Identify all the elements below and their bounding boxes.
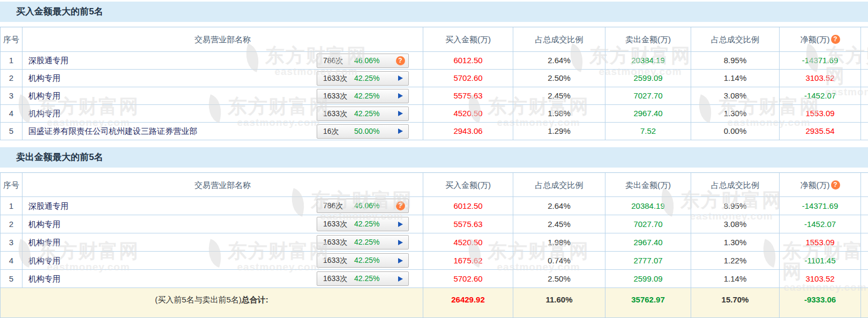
win-rate: 42.25% — [353, 90, 392, 102]
col-header-seq: 序号 — [0, 173, 23, 196]
net-cell: 1553.09 — [780, 233, 861, 251]
net-cell: -1452.07 — [780, 87, 861, 104]
win-rate: 42.25% — [353, 272, 392, 285]
branch-stats-badge[interactable]: 1633次 42.25% — [317, 271, 409, 286]
seq-cell: 3 — [0, 233, 23, 251]
buy-top5-section-title: 买入金额最大的前5名 — [0, 2, 868, 22]
net-cell: 2935.54 — [780, 123, 861, 140]
buy-pct-cell: 2.50% — [513, 270, 605, 287]
sell-pct-cell: 0.00% — [691, 123, 780, 140]
branch-link[interactable]: 机构专用 — [28, 233, 61, 251]
buy-amount-cell: 5702.60 — [423, 70, 513, 87]
branch-stats-badge[interactable]: 786次 46.06% ? — [317, 54, 409, 68]
seq-cell: 5 — [0, 270, 23, 287]
table-row: 5 国盛证券有限责任公司杭州建设三路证券营业部 16次 50.00% 2943.… — [0, 123, 868, 140]
buy-pct-cell: 2.45% — [513, 87, 605, 104]
sell-pct-cell: 1.30% — [691, 105, 780, 122]
net-cell: -14371.69 — [780, 52, 861, 69]
branch-link[interactable]: 机构专用 — [28, 270, 61, 287]
branch-stats-badge[interactable]: 1633次 42.25% — [317, 217, 409, 231]
branch-stats-badge[interactable]: 1633次 42.25% — [317, 107, 409, 121]
win-rate: 46.06% — [353, 55, 392, 67]
net-help-icon[interactable]: ? — [831, 35, 840, 44]
net-cell: -1452.07 — [780, 215, 861, 233]
sell-pct-cell: 8.95% — [691, 52, 780, 69]
net-cell: 1553.09 — [780, 105, 861, 122]
win-rate: 42.25% — [353, 218, 392, 230]
branch-cell: 机构专用 1633次 42.25% — [23, 70, 423, 87]
branch-stats-badge[interactable]: 1633次 42.25% — [317, 253, 409, 268]
sell-amount-cell: 2967.40 — [605, 233, 691, 251]
sell-pct-cell: 1.14% — [691, 270, 780, 287]
table-header-row: 序号 交易营业部名称 买入金额(万) 占总成交比例 卖出金额(万) 占总成交比例… — [0, 27, 868, 52]
branch-link[interactable]: 机构专用 — [28, 87, 61, 104]
net-help-icon[interactable]: ? — [831, 180, 840, 190]
buy-amount-cell: 5702.60 — [423, 270, 513, 287]
branch-link[interactable]: 机构专用 — [28, 105, 61, 122]
buy-top5-table: 序号 交易营业部名称 买入金额(万) 占总成交比例 卖出金额(万) 占总成交比例… — [0, 27, 868, 140]
branch-stats-badge[interactable]: 1633次 42.25% — [317, 71, 409, 86]
expand-arrow-icon[interactable] — [398, 240, 403, 245]
sell-pct-cell: 8.95% — [691, 197, 780, 215]
sell-amount-cell: 7.52 — [605, 123, 691, 140]
branch-link[interactable]: 机构专用 — [28, 215, 61, 233]
branch-cell: 机构专用 1633次 42.25% — [23, 87, 423, 104]
appearance-count: 16次 — [317, 125, 353, 138]
appearance-count: 1633次 — [317, 254, 353, 267]
help-icon[interactable]: ? — [396, 56, 405, 65]
branch-link[interactable]: 深股通专用 — [28, 197, 69, 215]
sell-amount-cell: 2599.09 — [605, 70, 691, 87]
branch-link[interactable]: 深股通专用 — [28, 52, 69, 69]
sell-pct-cell: 1.22% — [691, 252, 780, 269]
branch-link[interactable]: 机构专用 — [28, 252, 61, 269]
net-cell: -14371.69 — [780, 197, 861, 215]
seq-cell: 2 — [0, 70, 23, 87]
help-icon[interactable]: ? — [396, 201, 405, 210]
branch-cell: 机构专用 1633次 42.25% — [23, 270, 423, 287]
sell-amount-cell: 7027.70 — [605, 215, 691, 233]
sell-pct-cell: 3.08% — [691, 215, 780, 233]
buy-pct-cell: 1.29% — [513, 123, 605, 140]
col-header-seq: 序号 — [0, 27, 23, 51]
seq-cell: 4 — [0, 252, 23, 269]
expand-arrow-icon[interactable] — [398, 222, 403, 227]
seq-cell: 5 — [0, 123, 23, 140]
buy-pct-cell: 1.98% — [513, 233, 605, 251]
appearance-count: 1633次 — [317, 272, 353, 285]
appearance-count: 1633次 — [317, 90, 353, 102]
buy-amount-cell: 2943.06 — [423, 123, 513, 140]
branch-stats-badge[interactable]: 16次 50.00% — [317, 124, 409, 139]
branch-link[interactable]: 国盛证券有限责任公司杭州建设三路证券营业部 — [28, 123, 197, 140]
expand-arrow-icon[interactable] — [398, 93, 403, 99]
table-header-row: 序号 交易营业部名称 买入金额(万) 占总成交比例 卖出金额(万) 占总成交比例… — [0, 172, 868, 197]
seq-cell: 1 — [0, 52, 23, 69]
seq-cell: 3 — [0, 87, 23, 104]
table-row: 2 机构专用 1633次 42.25% 5702.60 2.50% 2599.0… — [0, 70, 868, 87]
table-row: 2 机构专用 1633次 42.25% 5575.63 2.45% 7027.7… — [0, 215, 868, 233]
buy-pct-cell: 2.45% — [513, 215, 605, 233]
table-row: 3 机构专用 1633次 42.25% 4520.50 1.98% 2967.4… — [0, 233, 868, 252]
appearance-count: 1633次 — [317, 236, 353, 248]
expand-arrow-icon[interactable] — [398, 258, 403, 263]
buy-pct-cell: 0.74% — [513, 252, 605, 269]
expand-arrow-icon[interactable] — [398, 75, 403, 81]
buy-amount-cell: 1675.62 — [423, 252, 513, 269]
buy-amount-cell: 4520.50 — [423, 105, 513, 122]
expand-arrow-icon[interactable] — [398, 111, 403, 116]
branch-stats-badge[interactable]: 1633次 42.25% — [317, 89, 409, 103]
branch-link[interactable]: 机构专用 — [28, 70, 61, 87]
grand-total-row: (买入前5名与卖出前5名)总合计: 26429.92 11.60% 35762.… — [0, 288, 868, 318]
expand-arrow-icon[interactable] — [398, 276, 403, 282]
col-header-branch-name: 交易营业部名称 — [23, 27, 423, 51]
branch-stats-badge[interactable]: 786次 46.06% ? — [317, 199, 409, 213]
branch-cell: 深股通专用 786次 46.06% ? — [23, 52, 423, 69]
expand-arrow-icon[interactable] — [398, 128, 403, 134]
branch-stats-badge[interactable]: 1633次 42.25% — [317, 235, 409, 249]
buy-amount-cell: 5575.63 — [423, 215, 513, 233]
buy-amount-cell: 6012.50 — [423, 197, 513, 215]
appearance-count: 1633次 — [317, 218, 353, 230]
branch-cell: 国盛证券有限责任公司杭州建设三路证券营业部 16次 50.00% — [23, 123, 423, 140]
col-header-buy-amount: 买入金额(万) — [423, 27, 513, 51]
buy-pct-cell: 2.64% — [513, 197, 605, 215]
table-row: 5 机构专用 1633次 42.25% 5702.60 2.50% 2599.0… — [0, 270, 868, 288]
